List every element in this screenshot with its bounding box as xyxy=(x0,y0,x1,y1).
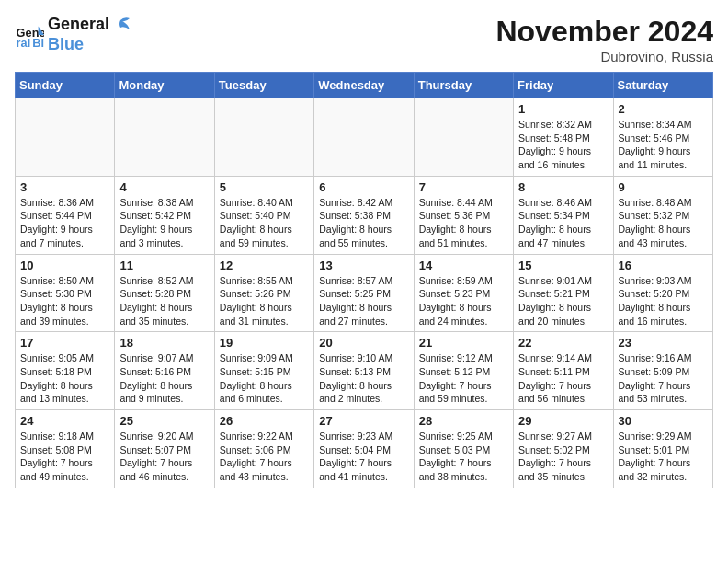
calendar-cell: 15Sunrise: 9:01 AM Sunset: 5:21 PM Dayli… xyxy=(514,254,613,332)
day-number: 22 xyxy=(518,336,608,350)
calendar-cell: 7Sunrise: 8:44 AM Sunset: 5:36 PM Daylig… xyxy=(414,176,513,254)
calendar-week-4: 17Sunrise: 9:05 AM Sunset: 5:18 PM Dayli… xyxy=(16,332,713,410)
calendar-cell: 14Sunrise: 8:59 AM Sunset: 5:23 PM Dayli… xyxy=(414,254,513,332)
weekday-header-wednesday: Wednesday xyxy=(314,73,414,98)
day-info: Sunrise: 9:25 AM Sunset: 5:03 PM Dayligh… xyxy=(419,430,508,484)
day-number: 25 xyxy=(119,414,209,428)
day-info: Sunrise: 8:34 AM Sunset: 5:46 PM Dayligh… xyxy=(619,118,708,172)
day-number: 6 xyxy=(319,180,408,194)
day-info: Sunrise: 9:23 AM Sunset: 5:04 PM Dayligh… xyxy=(319,430,408,484)
calendar-cell: 22Sunrise: 9:14 AM Sunset: 5:11 PM Dayli… xyxy=(514,332,613,410)
weekday-header-tuesday: Tuesday xyxy=(214,73,313,98)
day-info: Sunrise: 9:07 AM Sunset: 5:16 PM Dayligh… xyxy=(119,351,209,406)
day-info: Sunrise: 9:20 AM Sunset: 5:07 PM Dayligh… xyxy=(119,430,209,484)
day-number: 27 xyxy=(319,414,408,428)
weekday-header-friday: Friday xyxy=(514,73,613,98)
day-number: 17 xyxy=(20,336,109,350)
day-number: 8 xyxy=(518,180,608,194)
day-info: Sunrise: 9:10 AM Sunset: 5:13 PM Dayligh… xyxy=(319,351,408,406)
calendar-cell: 8Sunrise: 8:46 AM Sunset: 5:34 PM Daylig… xyxy=(514,176,613,254)
calendar-cell xyxy=(214,98,313,177)
svg-text:Bl: Bl xyxy=(32,35,44,49)
calendar-week-2: 3Sunrise: 8:36 AM Sunset: 5:44 PM Daylig… xyxy=(16,176,713,254)
day-info: Sunrise: 9:14 AM Sunset: 5:11 PM Dayligh… xyxy=(518,351,608,406)
day-number: 28 xyxy=(419,414,508,428)
day-number: 14 xyxy=(419,259,508,272)
logo-blue: Blue xyxy=(48,35,131,55)
day-info: Sunrise: 8:32 AM Sunset: 5:48 PM Dayligh… xyxy=(518,118,608,172)
day-number: 26 xyxy=(220,414,309,428)
day-number: 4 xyxy=(119,180,209,194)
calendar-cell: 27Sunrise: 9:23 AM Sunset: 5:04 PM Dayli… xyxy=(314,410,414,488)
day-info: Sunrise: 9:29 AM Sunset: 5:01 PM Dayligh… xyxy=(619,430,708,484)
month-title: November 2024 xyxy=(495,15,713,49)
day-number: 1 xyxy=(518,102,608,116)
calendar-cell: 1Sunrise: 8:32 AM Sunset: 5:48 PM Daylig… xyxy=(514,98,613,177)
calendar-cell: 28Sunrise: 9:25 AM Sunset: 5:03 PM Dayli… xyxy=(414,410,513,488)
weekday-header-row: SundayMondayTuesdayWednesdayThursdayFrid… xyxy=(16,73,713,98)
calendar-cell: 13Sunrise: 8:57 AM Sunset: 5:25 PM Dayli… xyxy=(314,254,414,332)
calendar-cell: 30Sunrise: 9:29 AM Sunset: 5:01 PM Dayli… xyxy=(613,410,712,488)
day-info: Sunrise: 8:46 AM Sunset: 5:34 PM Dayligh… xyxy=(518,196,608,250)
calendar-table: SundayMondayTuesdayWednesdayThursdayFrid… xyxy=(15,72,713,488)
day-number: 19 xyxy=(220,336,309,350)
calendar-cell: 9Sunrise: 8:48 AM Sunset: 5:32 PM Daylig… xyxy=(613,176,712,254)
calendar-cell: 4Sunrise: 8:38 AM Sunset: 5:42 PM Daylig… xyxy=(115,176,214,254)
day-number: 11 xyxy=(119,259,209,272)
logo-general: General xyxy=(48,15,109,35)
day-info: Sunrise: 8:50 AM Sunset: 5:30 PM Dayligh… xyxy=(20,274,109,328)
day-number: 7 xyxy=(419,180,508,194)
day-number: 12 xyxy=(220,259,309,272)
day-number: 21 xyxy=(419,336,508,350)
day-info: Sunrise: 9:18 AM Sunset: 5:08 PM Dayligh… xyxy=(20,430,109,484)
day-number: 10 xyxy=(20,259,109,272)
day-info: Sunrise: 8:40 AM Sunset: 5:40 PM Dayligh… xyxy=(220,196,309,250)
day-number: 29 xyxy=(518,414,608,428)
calendar-week-5: 24Sunrise: 9:18 AM Sunset: 5:08 PM Dayli… xyxy=(16,410,713,488)
calendar-cell: 10Sunrise: 8:50 AM Sunset: 5:30 PM Dayli… xyxy=(16,254,115,332)
day-info: Sunrise: 9:05 AM Sunset: 5:18 PM Dayligh… xyxy=(20,351,109,406)
day-number: 18 xyxy=(119,336,209,350)
calendar-cell: 16Sunrise: 9:03 AM Sunset: 5:20 PM Dayli… xyxy=(613,254,712,332)
weekday-header-sunday: Sunday xyxy=(16,73,115,98)
calendar-cell: 6Sunrise: 8:42 AM Sunset: 5:38 PM Daylig… xyxy=(314,176,414,254)
logo: Gene ral Bl General Blue xyxy=(15,15,131,54)
day-info: Sunrise: 8:36 AM Sunset: 5:44 PM Dayligh… xyxy=(20,196,109,250)
calendar-cell: 24Sunrise: 9:18 AM Sunset: 5:08 PM Dayli… xyxy=(16,410,115,488)
logo-bird-icon xyxy=(111,17,131,33)
calendar-cell xyxy=(414,98,513,177)
day-info: Sunrise: 8:57 AM Sunset: 5:25 PM Dayligh… xyxy=(319,274,408,328)
day-info: Sunrise: 8:55 AM Sunset: 5:26 PM Dayligh… xyxy=(220,274,309,328)
calendar-cell: 11Sunrise: 8:52 AM Sunset: 5:28 PM Dayli… xyxy=(115,254,214,332)
day-number: 16 xyxy=(619,259,708,272)
calendar-week-1: 1Sunrise: 8:32 AM Sunset: 5:48 PM Daylig… xyxy=(16,98,713,177)
day-info: Sunrise: 8:48 AM Sunset: 5:32 PM Dayligh… xyxy=(619,196,708,250)
day-number: 23 xyxy=(619,336,708,350)
calendar-cell: 2Sunrise: 8:34 AM Sunset: 5:46 PM Daylig… xyxy=(613,98,712,177)
day-number: 30 xyxy=(619,414,708,428)
day-info: Sunrise: 9:03 AM Sunset: 5:20 PM Dayligh… xyxy=(619,274,708,328)
calendar-cell xyxy=(16,98,115,177)
day-info: Sunrise: 9:16 AM Sunset: 5:09 PM Dayligh… xyxy=(619,351,708,406)
title-block: November 2024 Dubrovino, Russia xyxy=(495,15,713,64)
calendar-cell: 12Sunrise: 8:55 AM Sunset: 5:26 PM Dayli… xyxy=(214,254,313,332)
day-info: Sunrise: 8:38 AM Sunset: 5:42 PM Dayligh… xyxy=(119,196,209,250)
calendar-week-3: 10Sunrise: 8:50 AM Sunset: 5:30 PM Dayli… xyxy=(16,254,713,332)
calendar-cell: 29Sunrise: 9:27 AM Sunset: 5:02 PM Dayli… xyxy=(514,410,613,488)
day-info: Sunrise: 8:42 AM Sunset: 5:38 PM Dayligh… xyxy=(319,196,408,250)
day-number: 13 xyxy=(319,259,408,272)
day-number: 3 xyxy=(20,180,109,194)
day-number: 5 xyxy=(220,180,309,194)
weekday-header-saturday: Saturday xyxy=(613,73,712,98)
day-info: Sunrise: 9:22 AM Sunset: 5:06 PM Dayligh… xyxy=(220,430,309,484)
day-info: Sunrise: 8:59 AM Sunset: 5:23 PM Dayligh… xyxy=(419,274,508,328)
calendar-cell: 25Sunrise: 9:20 AM Sunset: 5:07 PM Dayli… xyxy=(115,410,214,488)
calendar-cell: 3Sunrise: 8:36 AM Sunset: 5:44 PM Daylig… xyxy=(16,176,115,254)
day-info: Sunrise: 9:27 AM Sunset: 5:02 PM Dayligh… xyxy=(518,430,608,484)
weekday-header-thursday: Thursday xyxy=(414,73,513,98)
day-number: 15 xyxy=(518,259,608,272)
day-number: 2 xyxy=(619,102,708,116)
location: Dubrovino, Russia xyxy=(495,49,713,64)
day-info: Sunrise: 8:52 AM Sunset: 5:28 PM Dayligh… xyxy=(119,274,209,328)
calendar-cell: 23Sunrise: 9:16 AM Sunset: 5:09 PM Dayli… xyxy=(613,332,712,410)
